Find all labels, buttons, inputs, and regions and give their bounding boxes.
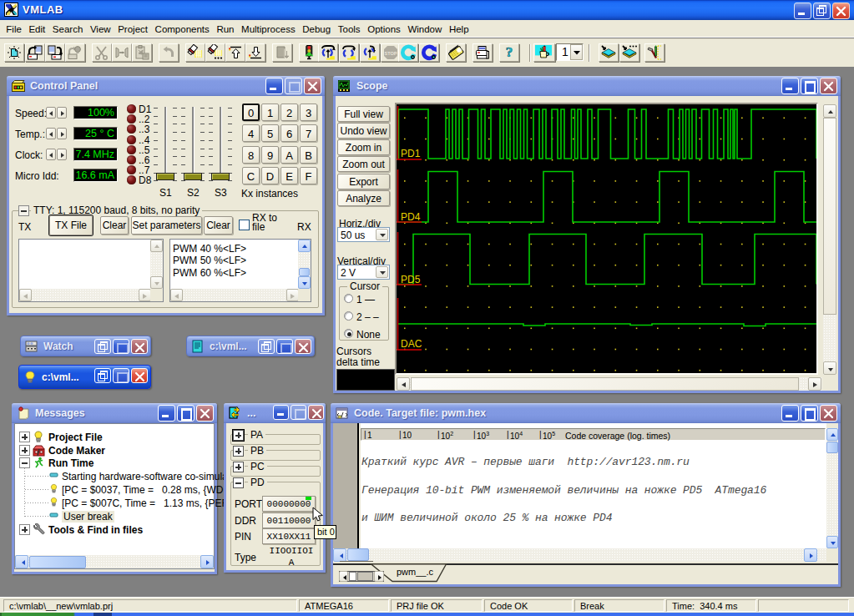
svg-text:STOP: STOP	[385, 51, 397, 56]
svg-text:PD4: PD4	[401, 211, 421, 223]
svg-text:PD1: PD1	[401, 148, 421, 159]
svg-text:PD5: PD5	[401, 274, 421, 285]
svg-text:DAC: DAC	[401, 338, 422, 350]
svg-text:?: ?	[506, 44, 513, 60]
